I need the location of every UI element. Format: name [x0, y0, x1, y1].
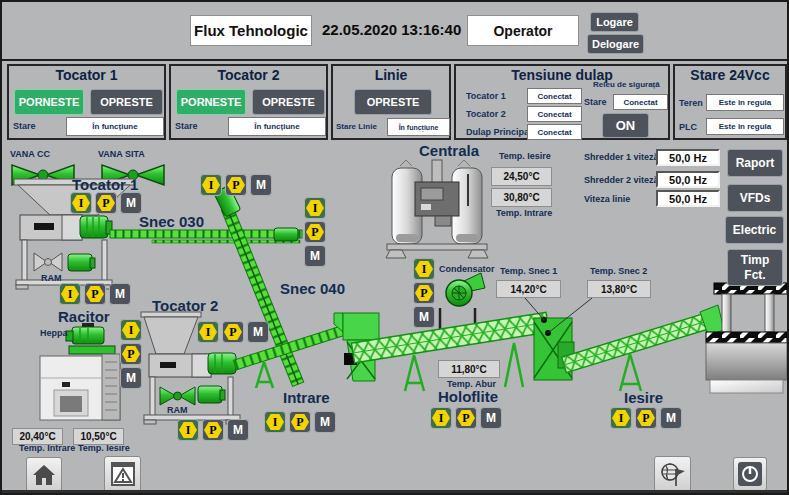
- ipm-m-button[interactable]: M: [660, 407, 682, 429]
- ipm-m-button[interactable]: M: [227, 419, 249, 441]
- ipm-i-button[interactable]: I: [304, 197, 326, 219]
- ipm-p-button[interactable]: P: [202, 419, 224, 441]
- i-hex-icon: I: [202, 177, 220, 194]
- ipm-p-button[interactable]: P: [120, 343, 142, 365]
- temp-snec2-label: Temp. Snec 2: [590, 266, 647, 276]
- timp-fct-button[interactable]: Timp Fct.: [727, 249, 783, 286]
- alarm-icon: [111, 462, 135, 486]
- centrala-boiler: [386, 160, 488, 258]
- ipm-snec040: I P M: [304, 197, 326, 267]
- home-button[interactable]: [26, 457, 62, 492]
- ipm-i-button[interactable]: I: [430, 407, 452, 429]
- ipm-m-button[interactable]: M: [247, 321, 269, 343]
- ipm-p-button[interactable]: P: [95, 192, 117, 214]
- power-icon: [738, 462, 762, 486]
- bottom-strip: [2, 490, 789, 495]
- ipm-i-button[interactable]: I: [610, 407, 632, 429]
- ipm-p-button[interactable]: P: [635, 407, 657, 429]
- snec040-label: Snec 040: [280, 280, 345, 297]
- condensator-label: Condensator: [439, 264, 495, 274]
- ipm-m-button[interactable]: M: [109, 283, 131, 305]
- ipm-tocator1-bottom: I P M: [59, 283, 131, 305]
- ipm-i-button[interactable]: I: [177, 419, 199, 441]
- home-icon: [33, 465, 55, 485]
- p-hex-icon: P: [122, 346, 140, 363]
- temp-abur-value: 11,80°C: [438, 360, 500, 378]
- ipm-condensator: I P M: [413, 258, 435, 328]
- racitor-temp-iesire-value: 10,50°C: [73, 428, 124, 445]
- ipm-m-button[interactable]: M: [120, 192, 142, 214]
- vana-cc-label: VANA CC: [10, 149, 50, 159]
- p-hex-icon: P: [227, 177, 245, 194]
- ipm-holoflite: I P M: [430, 407, 502, 429]
- i-hex-icon: I: [306, 200, 324, 217]
- p-hex-icon: P: [224, 324, 242, 341]
- ram-label: RAM: [167, 405, 188, 415]
- viteza-linie-label: Viteza linie: [584, 194, 630, 204]
- centrala-label: Centrala: [419, 142, 479, 159]
- iesire-label: Iesire: [624, 389, 663, 406]
- output-container: [706, 283, 787, 393]
- ipm-iesire: I P M: [610, 407, 682, 429]
- ipm-p-button[interactable]: P: [304, 221, 326, 243]
- ipm-tocator2-top: I P M: [197, 321, 269, 343]
- temp-snec2-value: 13,80°C: [587, 280, 651, 298]
- snec030-label: Snec 030: [139, 213, 204, 230]
- ipm-tocator1-top: I P M: [70, 192, 142, 214]
- ipm-i-button[interactable]: I: [120, 319, 142, 341]
- temp-intrare-label: Temp. Intrare: [496, 208, 552, 218]
- ipm-p-button[interactable]: P: [222, 321, 244, 343]
- ipm-snec030: I P M: [200, 174, 272, 196]
- racitor-label: Racitor: [58, 308, 110, 325]
- ipm-tocator2-bottom: I P M: [177, 419, 249, 441]
- ipm-m-button[interactable]: M: [480, 407, 502, 429]
- heppa-label: Heppa: [40, 328, 68, 338]
- i-hex-icon: I: [266, 414, 284, 431]
- ipm-intrare: I P M: [264, 411, 336, 433]
- i-hex-icon: I: [179, 422, 197, 439]
- ipm-m-button[interactable]: M: [314, 411, 336, 433]
- ipm-i-button[interactable]: I: [197, 321, 219, 343]
- temp-iesire-label: Temp. Iesire: [499, 151, 551, 161]
- p-hex-icon: P: [204, 422, 222, 439]
- alarms-button[interactable]: [104, 456, 141, 492]
- temp-snec1-value: 14,20°C: [496, 280, 561, 298]
- i-hex-icon: I: [612, 410, 630, 427]
- ipm-i-button[interactable]: I: [59, 283, 81, 305]
- ipm-p-button[interactable]: P: [455, 407, 477, 429]
- tocator1-label: Tocator 1: [72, 176, 138, 193]
- ipm-p-button[interactable]: P: [84, 283, 106, 305]
- vfds-button[interactable]: VFDs: [727, 184, 783, 212]
- racitor-temp-intrare-value: 20,40°C: [12, 428, 63, 445]
- p-hex-icon: P: [86, 286, 104, 303]
- ipm-p-button[interactable]: P: [413, 282, 435, 304]
- power-button[interactable]: [733, 457, 767, 491]
- temp-snec1-label: Temp. Snec 1: [500, 266, 557, 276]
- ram-label: RAM: [41, 273, 62, 283]
- electric-button[interactable]: Electric: [725, 216, 784, 244]
- ipm-racitor: I P M: [120, 319, 142, 389]
- ipm-i-button[interactable]: I: [200, 174, 222, 196]
- snec030-conveyor: [110, 228, 302, 243]
- p-hex-icon: P: [415, 285, 433, 302]
- ipm-m-button[interactable]: M: [304, 245, 326, 267]
- intrare-label: Intrare: [283, 389, 330, 406]
- ipm-p-button[interactable]: P: [225, 174, 247, 196]
- i-hex-icon: I: [72, 195, 90, 212]
- ipm-m-button[interactable]: M: [250, 174, 272, 196]
- globe-flag-icon: [660, 461, 686, 487]
- ipm-i-button[interactable]: I: [70, 192, 92, 214]
- p-hex-icon: P: [291, 414, 309, 431]
- ipm-m-button[interactable]: M: [120, 367, 142, 389]
- language-button[interactable]: [654, 456, 691, 492]
- ipm-i-button[interactable]: I: [413, 258, 435, 280]
- tocator2-label: Tocator 2: [152, 297, 218, 314]
- ipm-p-button[interactable]: P: [289, 411, 311, 433]
- ipm-i-button[interactable]: I: [264, 411, 286, 433]
- line-speed-value: 50,0 Hz: [656, 190, 720, 207]
- raport-button[interactable]: Raport: [727, 149, 783, 177]
- i-hex-icon: I: [61, 286, 79, 303]
- ipm-m-button[interactable]: M: [413, 306, 435, 328]
- iesire-conveyor: [558, 305, 724, 391]
- i-hex-icon: I: [199, 324, 217, 341]
